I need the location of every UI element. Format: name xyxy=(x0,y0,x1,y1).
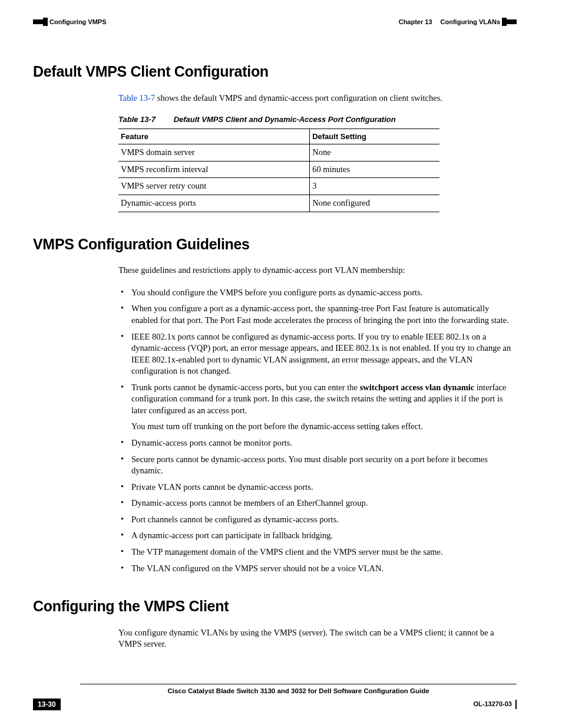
cell-setting: 60 minutes xyxy=(310,161,439,178)
cell-feature: VMPS domain server xyxy=(118,144,310,162)
list-item: A dynamic-access port can participate in… xyxy=(118,530,517,542)
list-item: Port channels cannot be configured as dy… xyxy=(118,514,517,526)
table-row: Dynamic-access ports None configured xyxy=(118,195,439,212)
table-row: VMPS server retry count 3 xyxy=(118,178,439,195)
list-subtext: You must turn off trunking on the port b… xyxy=(131,421,517,433)
command-text: switchport access vlan dynamic xyxy=(360,383,475,392)
cell-setting: 3 xyxy=(310,178,439,195)
header-section-title: Configuring VMPS xyxy=(49,18,107,27)
list-item: IEEE 802.1x ports cannot be configured a… xyxy=(118,331,517,377)
section1-intro-text: shows the default VMPS and dynamic-acces… xyxy=(155,93,442,103)
list-item: The VTP management domain of the VMPS cl… xyxy=(118,546,517,558)
list-item: When you configure a port as a dynamic-a… xyxy=(118,303,517,326)
header-left: Configuring VMPS xyxy=(33,18,107,27)
default-config-table: Feature Default Setting VMPS domain serv… xyxy=(118,129,439,212)
page-header: Configuring VMPS Chapter 13 Configuring … xyxy=(33,18,517,27)
list-text-pre: Trunk ports cannot be dynamic-access por… xyxy=(131,383,360,392)
cell-feature: VMPS reconfirm interval xyxy=(118,161,310,178)
list-item: You should configure the VMPS before you… xyxy=(118,287,517,299)
footer-rule xyxy=(80,684,517,684)
cell-feature: Dynamic-access ports xyxy=(118,195,310,212)
header-chapter-label: Chapter 13 xyxy=(399,18,432,27)
section3-intro: You configure dynamic VLANs by using the… xyxy=(118,627,517,650)
cell-feature: VMPS server retry count xyxy=(118,178,310,195)
doc-id: OL-13270-03 xyxy=(474,700,517,709)
heading-default-vmps: Default VMPS Client Configuration xyxy=(33,62,517,82)
table-row: VMPS reconfirm interval 60 minutes xyxy=(118,161,439,178)
table-header-setting: Default Setting xyxy=(310,129,439,144)
page-number-badge: 13-30 xyxy=(33,699,61,710)
section1-intro: Table 13-7 shows the default VMPS and dy… xyxy=(118,93,517,104)
list-item: Private VLAN ports cannot be dynamic-acc… xyxy=(118,482,517,493)
section2-intro: These guidelines and restrictions apply … xyxy=(118,265,517,276)
guidelines-list: You should configure the VMPS before you… xyxy=(118,287,517,574)
cell-setting: None configured xyxy=(310,195,439,212)
list-item: Trunk ports cannot be dynamic-access por… xyxy=(118,382,517,433)
header-chapter-title: Configuring VLANs xyxy=(441,18,500,27)
table-title: Default VMPS Client and Dynamic-Access P… xyxy=(174,115,396,124)
table-ref-link[interactable]: Table 13-7 xyxy=(118,93,155,103)
table-header-feature: Feature xyxy=(118,129,310,144)
header-mark-icon xyxy=(504,19,517,24)
list-item: Dynamic-access ports cannot be members o… xyxy=(118,498,517,509)
table-number: Table 13-7 xyxy=(118,114,171,125)
footer-book-title: Cisco Catalyst Blade Switch 3130 and 303… xyxy=(80,687,517,696)
list-item: The VLAN configured on the VMPS server s… xyxy=(118,563,517,575)
header-mark-icon xyxy=(33,19,46,24)
table-caption: Table 13-7 Default VMPS Client and Dynam… xyxy=(118,114,517,125)
list-item: Secure ports cannot be dynamic-access po… xyxy=(118,454,517,477)
heading-configuring-client: Configuring the VMPS Client xyxy=(33,597,517,617)
page-footer: Cisco Catalyst Blade Switch 3130 and 303… xyxy=(33,684,517,710)
footer-mark-icon xyxy=(515,700,517,709)
header-right: Chapter 13 Configuring VLANs xyxy=(399,18,517,27)
cell-setting: None xyxy=(310,144,439,162)
heading-guidelines: VMPS Configuration Guidelines xyxy=(33,235,517,255)
doc-id-text: OL-13270-03 xyxy=(474,700,512,709)
list-item: Dynamic-access ports cannot be monitor p… xyxy=(118,437,517,449)
table-row: VMPS domain server None xyxy=(118,144,439,162)
